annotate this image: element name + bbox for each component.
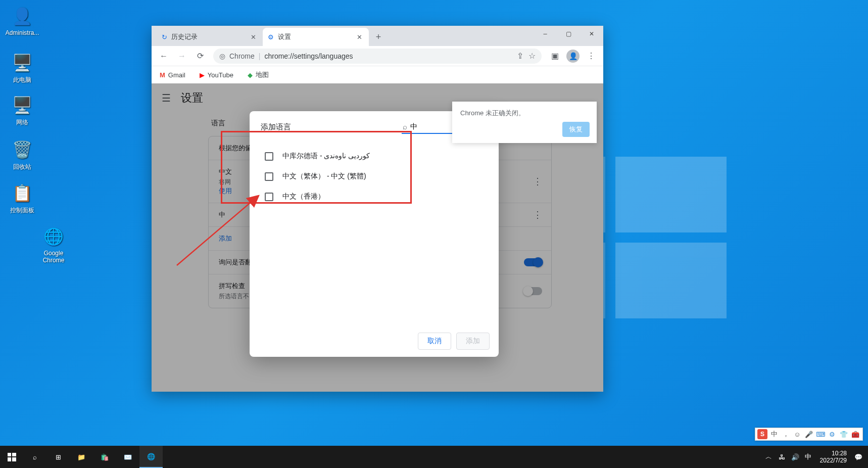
- sogou-icon[interactable]: S: [757, 429, 767, 439]
- tray-date: 2022/7/29: [820, 457, 847, 464]
- close-button[interactable]: ✕: [580, 26, 603, 42]
- icon-label: 回收站: [2, 163, 42, 171]
- minimize-button[interactable]: —: [534, 26, 557, 42]
- tray-time: 10:28: [820, 450, 847, 457]
- icon-label: 网络: [2, 118, 42, 127]
- desktop-icon[interactable]: 🖥️网络: [2, 94, 42, 127]
- restore-notification: Chrome 未正确关闭。 恢复: [452, 102, 597, 143]
- tray-volume-icon[interactable]: 🔊: [790, 446, 801, 468]
- search-icon: ⌕: [33, 453, 37, 461]
- task-view-button[interactable]: ⊞: [46, 446, 70, 468]
- desktop-icon[interactable]: 👤Administra...: [2, 5, 42, 36]
- folder-icon: 📁: [77, 453, 85, 461]
- url-path: chrome://settings/languages: [264, 52, 353, 60]
- maximize-button[interactable]: ▢: [557, 26, 580, 42]
- ime-mic-icon[interactable]: 🎤: [804, 429, 814, 439]
- desktop-icon[interactable]: 📋控制面板: [2, 182, 42, 215]
- forward-button: →: [174, 48, 190, 64]
- gmail-icon: M: [160, 71, 165, 79]
- system-tray: ︿ 🖧 🔊 中 10:28 2022/7/29 💬: [763, 446, 868, 468]
- taskview-icon: ⊞: [56, 453, 61, 461]
- menu-icon[interactable]: ⋮: [583, 48, 599, 64]
- store-button[interactable]: 🛍️: [93, 446, 116, 468]
- close-icon[interactable]: ✕: [249, 32, 258, 41]
- app-icon: 📋: [11, 182, 33, 204]
- chrome-taskbar-button[interactable]: 🌐: [139, 446, 163, 468]
- notification-message: Chrome 未正确关闭。: [460, 109, 589, 118]
- add-button[interactable]: 添加: [456, 333, 490, 350]
- bookmarks-bar: M Gmail ▶ YouTube ◆ 地图: [152, 66, 603, 83]
- ime-skin-icon[interactable]: ⚙: [827, 429, 837, 439]
- explorer-button[interactable]: 📁: [70, 446, 93, 468]
- url-prefix: Chrome: [229, 52, 255, 60]
- tray-clock[interactable]: 10:28 2022/7/29: [816, 450, 851, 464]
- action-center-icon[interactable]: 💬: [853, 446, 864, 468]
- tab-history-title: 历史记录: [171, 32, 198, 41]
- side-panel-icon[interactable]: ▣: [547, 48, 563, 64]
- share-icon[interactable]: ⇪: [517, 51, 523, 61]
- search-icon: ⌕: [403, 122, 407, 131]
- icon-label: 此电脑: [2, 76, 42, 84]
- desktop-icon[interactable]: 🌐Google Chrome: [33, 225, 74, 264]
- bookmark-youtube[interactable]: ▶ YouTube: [197, 69, 236, 81]
- restore-button[interactable]: 恢复: [562, 122, 590, 137]
- list-item[interactable]: 中文（繁体） - 中文 (繁體): [250, 166, 499, 186]
- cancel-button[interactable]: 取消: [418, 333, 451, 350]
- add-language-dialog: 添加语言 ⌕ ✕ 中库尔德语 - کوردیی ناوەندی 中文（繁体） -…: [250, 111, 499, 357]
- tab-settings-title: 设置: [278, 32, 291, 41]
- desktop-icon[interactable]: 🖥️此电脑: [2, 52, 42, 84]
- address-bar[interactable]: ◎ Chrome | chrome://settings/languages ⇪…: [213, 49, 542, 64]
- window-controls: — ▢ ✕: [534, 26, 603, 44]
- start-button[interactable]: [0, 446, 23, 468]
- ime-punct-icon[interactable]: ，: [781, 429, 791, 439]
- history-icon: ↻: [162, 33, 167, 41]
- tray-expand-icon[interactable]: ︿: [763, 446, 775, 468]
- chrome-window: ↻ 历史记录 ✕ ⚙ 设置 ✕ + — ▢ ✕ ← → ⟳ ◎ Chrome |…: [152, 26, 603, 392]
- store-icon: 🛍️: [101, 453, 109, 461]
- ime-toolbar[interactable]: S 中 ， ☺ 🎤 ⌨ ⚙ 👕 🧰: [755, 428, 863, 441]
- app-icon: 🖥️: [11, 52, 33, 74]
- app-icon: 🗑️: [11, 138, 33, 161]
- close-icon[interactable]: ✕: [355, 32, 364, 41]
- checkbox[interactable]: [265, 172, 273, 181]
- reload-button[interactable]: ⟳: [192, 48, 208, 64]
- profile-avatar[interactable]: 👤: [565, 48, 581, 64]
- bookmark-gmail[interactable]: M Gmail: [157, 69, 188, 81]
- tray-ime-icon[interactable]: 中: [803, 446, 814, 468]
- back-button[interactable]: ←: [156, 48, 172, 64]
- app-icon: 🌐: [42, 225, 65, 248]
- dialog-footer: 取消 添加: [250, 325, 499, 357]
- gear-icon: ⚙: [268, 33, 274, 41]
- checkbox[interactable]: [265, 152, 273, 161]
- tab-strip: ↻ 历史记录 ✕ ⚙ 设置 ✕ + — ▢ ✕: [152, 26, 603, 46]
- ime-lang-label[interactable]: 中: [769, 429, 779, 439]
- chrome-icon: ◎: [219, 52, 225, 60]
- icon-label: 控制面板: [2, 206, 42, 215]
- mail-icon: ✉️: [124, 453, 132, 461]
- windows-icon: [8, 453, 16, 461]
- tab-history[interactable]: ↻ 历史记录 ✕: [157, 28, 263, 46]
- search-button[interactable]: ⌕: [23, 446, 46, 468]
- checkbox[interactable]: [265, 193, 273, 201]
- icon-label: Administra...: [2, 29, 42, 36]
- youtube-icon: ▶: [200, 71, 205, 79]
- icon-label: Google Chrome: [33, 250, 74, 264]
- tray-network-icon[interactable]: 🖧: [777, 446, 788, 468]
- list-item[interactable]: 中库尔德语 - کوردیی ناوەندی: [250, 146, 499, 166]
- app-icon: 🖥️: [11, 94, 33, 116]
- ime-keyboard-icon[interactable]: ⌨: [815, 429, 826, 439]
- maps-icon: ◆: [248, 71, 253, 79]
- tab-settings[interactable]: ⚙ 设置 ✕: [263, 28, 369, 46]
- bookmark-star-icon[interactable]: ☆: [528, 51, 536, 61]
- taskbar: ⌕ ⊞ 📁 🛍️ ✉️ 🌐 ︿ 🖧 🔊 中 10:28 2022/7/29 💬: [0, 446, 868, 468]
- list-item[interactable]: 中文（香港）: [250, 186, 499, 207]
- dialog-title: 添加语言: [261, 122, 291, 132]
- ime-emoji-icon[interactable]: ☺: [792, 429, 802, 439]
- ime-tool-icon[interactable]: 👕: [839, 429, 849, 439]
- new-tab-button[interactable]: +: [371, 29, 386, 44]
- language-list: 中库尔德语 - کوردیی ناوەندی 中文（繁体） - 中文 (繁體) …: [250, 139, 499, 325]
- bookmark-maps[interactable]: ◆ 地图: [245, 68, 272, 81]
- desktop-icon[interactable]: 🗑️回收站: [2, 138, 42, 171]
- ime-toolbox-icon[interactable]: 🧰: [850, 429, 860, 439]
- mail-button[interactable]: ✉️: [116, 446, 139, 468]
